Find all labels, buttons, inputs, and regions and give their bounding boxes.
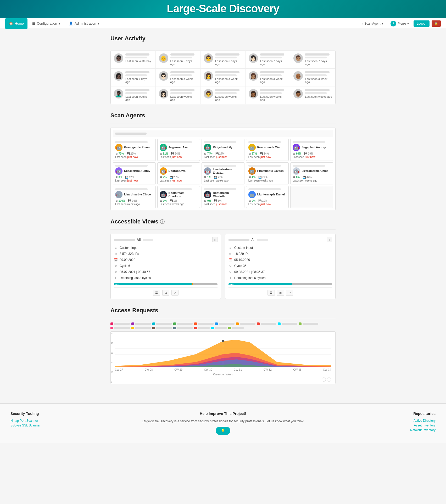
legend-item-12 (152, 327, 172, 329)
agent-card[interactable]: 🤖 Bootstream Charlotte 🖥 0% 💾 1% Last se… (202, 186, 244, 208)
nav-left: 🏠 Home ☰ Configuration ▾ 👤 Administratio… (5, 18, 103, 29)
user-card[interactable]: 👩🏻 Last seen 7 days ago (246, 51, 291, 69)
agent-icon-11: 🤖 (160, 191, 167, 198)
user-card[interactable]: 👨🏾 Last seen weeks ago (290, 86, 335, 104)
agent-icon-3: 🤖 (248, 144, 256, 151)
agents-header (113, 130, 333, 137)
view-card-0: All ≡ ≡ Custom Input ⊕ 3,574,323 IPs 📅 0… (110, 234, 221, 299)
legend-item-7 (257, 322, 276, 325)
x-axis-label: Calendar Week (115, 372, 331, 376)
view-table-btn-1[interactable]: ☰ (267, 290, 275, 296)
nav-scan-agent[interactable]: ⬦ Scan Agent ▾ (359, 20, 386, 27)
asset-inventory-link[interactable]: Asset Inventory (332, 424, 436, 427)
accessible-views-section: Accessible Views ? All ≡ ≡ Custom Input (110, 218, 336, 299)
repositories-title: Repositories (332, 412, 436, 416)
user-card[interactable]: 👨🏽 Last seen 7 days ago (290, 51, 335, 69)
chart-next-btn[interactable] (327, 377, 331, 382)
user-avatar-13: 👩🏾 (249, 89, 258, 98)
footer: Security Tooling Nmap Port Scanner SSLyz… (0, 403, 446, 443)
user-card[interactable]: 👩🏾 Last seen weeks ago (246, 86, 291, 104)
agents-header-blur (115, 133, 147, 135)
user-avatar-12: 👨 (204, 89, 213, 98)
agent-card[interactable]: 🤖 Piratebattle Jayden 🖥 4% 💾 77% Last se… (246, 162, 289, 184)
footer-repositories: Repositories Active Directory Asset Inve… (332, 412, 436, 435)
agent-card[interactable]: 🤖 Sageplaid Aubrey 🖥 99% 💾 29% Last seen… (290, 139, 333, 161)
user-avatar-2: 👨 (204, 53, 213, 63)
agent-card[interactable]: 🤖 Ridgelime Lily 🖥 74% 💾 24% Last seen j… (202, 139, 244, 161)
agent-card[interactable]: 🤖 Jaypower Ava 🖥 81% 💾 24% Last seen jus… (157, 139, 200, 161)
user-avatar-10: 👨🏿‍🦱 (114, 89, 123, 98)
agent-card[interactable]: 🤖 Leaderfortune Elizab... 🖥 1% 💾 77% Las… (202, 162, 244, 184)
agent-icon-6: 🤖 (160, 167, 167, 175)
agent-card[interactable]: 🤖 Graspgentle Emma 🖥 77% 💾 22% Last seen… (113, 139, 156, 161)
agent-card[interactable]: 🤖 Speakerfire Aubrey 🖥 0% 💾 12% Last see… (113, 162, 156, 184)
active-directory-link[interactable]: Active Directory (332, 419, 436, 423)
legend-item-2 (152, 322, 172, 325)
nav-logout[interactable]: Logout (414, 20, 430, 27)
agent-icon-12: 🤖 (204, 191, 211, 198)
user-card[interactable]: 👨🏿‍🦱 Last seen weeks ago (111, 86, 156, 104)
legend-item-10 (110, 327, 130, 329)
agent-card[interactable]: 🤖 Lizardmarble Chloe 🖥 100% 💾 94% Last s… (113, 186, 156, 208)
nav-home[interactable]: 🏠 Home (5, 18, 27, 29)
agent-icon-7: 🤖 (204, 167, 211, 175)
agent-card[interactable]: 🤖 Lightermaple Daniel 🖥 0% 💾 10% Last se… (246, 186, 289, 208)
user-avatar-14: 👨🏾 (293, 89, 303, 98)
user-card[interactable]: 👨🏻 Last seen a week ago (156, 69, 201, 86)
home-icon: 🏠 (9, 21, 13, 25)
chart-prev-btn[interactable] (322, 377, 326, 382)
legend-highlight-2 (228, 327, 244, 329)
nav-administration[interactable]: 👤 Administration ▾ (65, 18, 103, 29)
footer-help: Help Improve This Project! Large-Scale D… (119, 412, 327, 435)
agent-card[interactable]: 🤖 Roarermuck Mia 🖥 87% 💾 24% Last seen j… (246, 139, 289, 161)
agent-card[interactable]: 🤖 Bootstream Charlotte 🖥 0% 💾 1% Last se… (157, 186, 200, 208)
user-card[interactable]: 👩🏿 Last seen 7 days ago (111, 69, 156, 86)
view-share-btn-1[interactable]: ↗ (286, 290, 293, 296)
user-card[interactable]: 👩🏽 Last seen a week ago (246, 69, 291, 86)
access-requests-section: Access Requests 50403020100 (110, 307, 336, 384)
user-card[interactable]: 👴 Last seen 5 days ago (156, 51, 201, 69)
feedback-button[interactable]: 💡 (216, 427, 230, 435)
agent-icon-1: 🤖 (160, 144, 167, 151)
navbar: 🏠 Home ☰ Configuration ▾ 👤 Administratio… (0, 18, 446, 29)
agent-card[interactable]: 🤖 Lizardmarble Chloe 🖥 0% 💾 44% Last see… (290, 162, 333, 184)
view-filter-btn-1[interactable]: ≡ (327, 237, 332, 242)
user-card[interactable]: 👴🏾 Last seen a week ago (290, 69, 335, 86)
view-share-btn-0[interactable]: ↗ (171, 290, 179, 296)
user-avatar-4: 👨🏽 (293, 53, 303, 63)
view-card-1: All ≡ ≡ Custom Input ⊕ 18,029 IPs 📅 05.1… (225, 234, 336, 299)
agent-card[interactable]: 🤖 Dogroot Ava 🖥 7% 💾 25% Last seen just … (157, 162, 200, 184)
user-card[interactable]: 👩🏻 Last seen weeks ago (156, 86, 201, 104)
accessible-views-help-icon[interactable]: ? (160, 219, 165, 224)
view-grid-btn-0[interactable]: ⊞ (162, 290, 169, 296)
user-avatar-9: 👴🏾 (293, 71, 303, 81)
agent-icon-2: 🤖 (204, 144, 211, 151)
view-grid-btn-1[interactable]: ⊞ (277, 290, 284, 296)
legend-item-8 (278, 322, 297, 325)
security-tooling-title: Security Tooling (10, 412, 114, 416)
nmap-link[interactable]: Nmap Port Scanner (10, 419, 114, 423)
user-card[interactable]: 👩 Last seen a week ago (200, 69, 246, 86)
agent-icon-8: 🤖 (248, 167, 256, 175)
chart-area (115, 336, 331, 367)
nav-user[interactable]: P Pierre ▾ (388, 19, 411, 28)
footer-security-tooling: Security Tooling Nmap Port Scanner SSLyz… (10, 412, 114, 435)
user-card[interactable]: 👨🏿 Last seen yesterday (111, 51, 156, 69)
view-filter-btn-0[interactable]: ≡ (212, 237, 218, 242)
user-avatar-8: 👩🏽 (249, 71, 258, 81)
admin-chevron-icon: ▾ (98, 21, 99, 25)
progress-bar-0: 75% (114, 283, 218, 285)
agent-icon-13: 🤖 (248, 191, 256, 198)
legend-item-6 (236, 322, 255, 325)
user-card[interactable]: 👨 Last seen weeks ago (200, 86, 246, 104)
network-inventory-link[interactable]: Network Inventory (332, 428, 436, 432)
user-card[interactable]: 👨 Last seen 6 days ago (200, 51, 246, 69)
nav-lock[interactable]: 🔒 (432, 20, 441, 27)
agent-card[interactable] (290, 186, 333, 208)
view-table-btn-0[interactable]: ☰ (153, 290, 160, 296)
agents-grid: 🤖 Graspgentle Emma 🖥 77% 💾 22% Last seen… (113, 139, 333, 208)
sslyze-link[interactable]: SSLyze SSL Scanner (10, 424, 114, 427)
nav-configuration[interactable]: ☰ Configuration ▾ (29, 18, 64, 29)
admin-icon: 👤 (69, 21, 73, 25)
x-label: CW-30 (204, 368, 212, 371)
